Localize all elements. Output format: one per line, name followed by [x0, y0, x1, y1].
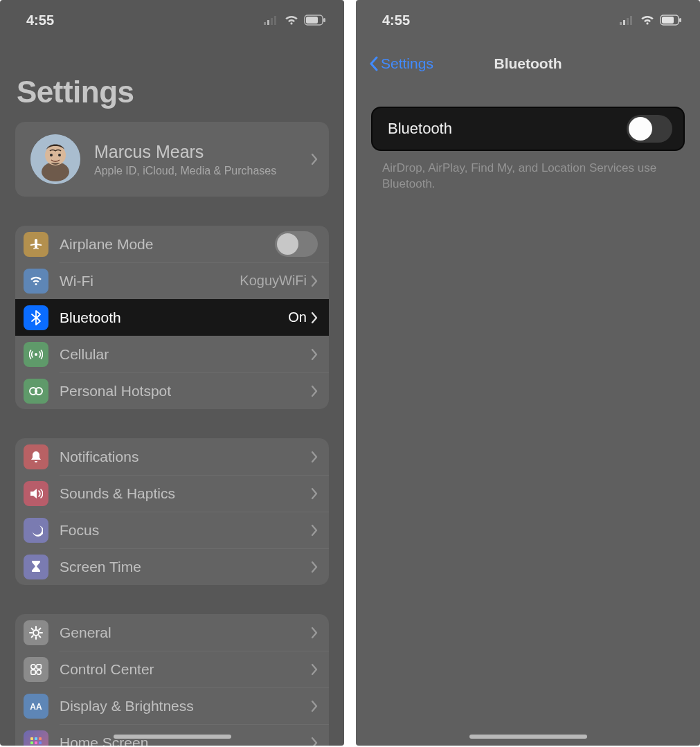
chevron-right-icon [311, 153, 318, 165]
chevron-right-icon [311, 487, 318, 500]
cellular-row[interactable]: Cellular [15, 336, 329, 372]
bluetooth-screen: 4:55 Settings Bluetooth Bluetooth Ai [356, 0, 700, 746]
chevron-right-icon [311, 561, 318, 573]
chevron-right-icon [311, 737, 318, 746]
svg-point-12 [35, 353, 37, 356]
bluetooth-toggle[interactable] [627, 115, 672, 143]
chevron-right-icon [311, 700, 318, 712]
control-center-icon [24, 657, 48, 682]
cellular-signal-icon [620, 15, 635, 25]
chevron-right-icon [311, 275, 318, 287]
svg-rect-31 [623, 20, 625, 25]
airplane-mode-toggle[interactable] [275, 231, 318, 257]
svg-rect-35 [662, 17, 674, 24]
svg-rect-21 [30, 737, 33, 740]
svg-rect-32 [627, 18, 629, 25]
screentime-row[interactable]: Screen Time [15, 548, 329, 585]
svg-rect-2 [271, 18, 273, 25]
nav-title: Bluetooth [494, 55, 562, 72]
svg-rect-5 [306, 17, 318, 24]
screentime-icon [24, 555, 48, 579]
display-icon: AA [24, 694, 48, 719]
svg-rect-17 [37, 664, 41, 668]
status-bar: 4:55 [0, 0, 344, 36]
svg-rect-36 [679, 18, 681, 22]
svg-point-10 [50, 154, 53, 156]
svg-point-11 [58, 154, 61, 156]
general-row[interactable]: General [15, 614, 329, 651]
profile-group: Marcus Mears Apple ID, iCloud, Media & P… [15, 122, 329, 197]
sounds-label: Sounds & Haptics [60, 485, 311, 502]
notifications-row[interactable]: Notifications [15, 438, 329, 475]
svg-rect-27 [30, 746, 33, 746]
svg-point-16 [31, 664, 35, 668]
airplane-mode-label: Airplane Mode [60, 236, 275, 253]
display-row[interactable]: AA Display & Brightness [15, 687, 329, 724]
bluetooth-toggle-label: Bluetooth [388, 120, 452, 138]
airplane-mode-row[interactable]: Airplane Mode [15, 226, 329, 262]
airplane-icon [24, 232, 48, 257]
notifications-label: Notifications [60, 449, 311, 465]
general-group: General Control Center AA Display & Brig… [15, 614, 329, 746]
wifi-row[interactable]: Wi-Fi KoguyWiFi [15, 262, 329, 299]
apple-id-row[interactable]: Marcus Mears Apple ID, iCloud, Media & P… [15, 122, 329, 197]
focus-icon [24, 518, 48, 543]
status-icons [620, 15, 682, 26]
bluetooth-footer-text: AirDrop, AirPlay, Find My, and Location … [356, 161, 700, 192]
homescreen-icon [24, 730, 48, 746]
status-bar: 4:55 [356, 0, 700, 36]
chevron-left-icon [368, 55, 378, 72]
profile-subtitle: Apple ID, iCloud, Media & Purchases [94, 165, 311, 177]
focus-row[interactable]: Focus [15, 512, 329, 548]
svg-point-15 [33, 630, 39, 636]
battery-icon [660, 15, 682, 26]
svg-rect-33 [630, 16, 632, 25]
cellular-label: Cellular [60, 346, 311, 363]
nav-bar: Settings Bluetooth [356, 46, 700, 82]
svg-rect-24 [30, 741, 33, 744]
notifications-icon [24, 444, 48, 469]
bluetooth-row[interactable]: Bluetooth On [15, 299, 329, 336]
svg-text:AA: AA [30, 702, 42, 712]
home-indicator[interactable] [469, 735, 587, 739]
hotspot-row[interactable]: Personal Hotspot [15, 372, 329, 409]
control-center-label: Control Center [60, 661, 311, 678]
attention-group: Notifications Sounds & Haptics Focus Scr… [15, 438, 329, 585]
hotspot-icon [24, 379, 48, 404]
display-label: Display & Brightness [60, 698, 311, 714]
back-button[interactable]: Settings [368, 55, 433, 72]
wifi-value: KoguyWiFi [240, 273, 307, 289]
profile-text: Marcus Mears Apple ID, iCloud, Media & P… [94, 142, 311, 177]
chevron-right-icon [311, 627, 318, 639]
chevron-right-icon [311, 451, 318, 463]
focus-label: Focus [60, 522, 311, 539]
chevron-right-icon [311, 385, 318, 397]
status-time: 4:55 [26, 12, 54, 28]
svg-point-18 [37, 669, 41, 674]
wifi-icon [24, 269, 48, 294]
svg-rect-0 [264, 22, 266, 25]
svg-rect-23 [39, 737, 42, 740]
status-time: 4:55 [382, 12, 410, 28]
bluetooth-toggle-group: Bluetooth [371, 107, 685, 151]
wifi-icon [284, 15, 299, 26]
bluetooth-label: Bluetooth [60, 309, 288, 326]
cellular-signal-icon [264, 15, 279, 25]
svg-rect-3 [274, 16, 276, 25]
status-icons [264, 15, 326, 26]
chevron-right-icon [311, 663, 318, 676]
svg-rect-25 [35, 741, 37, 744]
sounds-row[interactable]: Sounds & Haptics [15, 475, 329, 512]
svg-rect-1 [267, 20, 269, 25]
general-icon [24, 620, 48, 645]
battery-icon [304, 15, 326, 26]
profile-name: Marcus Mears [94, 142, 311, 162]
bluetooth-toggle-row[interactable]: Bluetooth [373, 108, 683, 150]
wifi-icon [640, 15, 655, 26]
control-center-row[interactable]: Control Center [15, 651, 329, 687]
general-label: General [60, 624, 311, 641]
page-title: Settings [0, 36, 344, 122]
home-indicator[interactable] [114, 735, 231, 739]
chevron-right-icon [311, 312, 318, 324]
svg-rect-28 [35, 746, 37, 746]
